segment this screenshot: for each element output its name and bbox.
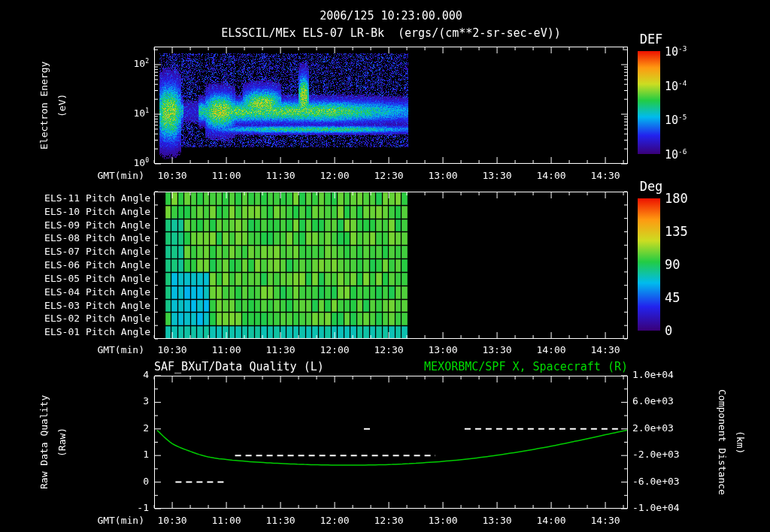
distance-tick-label: 6.0e+03 [632,395,674,407]
bottom-left-series-title: SAF_BXuT/Data Quality (L) [154,360,324,373]
spectrogram-axes [154,47,627,165]
spacecraft-curve-group [157,431,627,465]
units-label: (ergs/(cm**2-sr-sec-eV)) [398,26,561,40]
x-tick-label: 14:00 [529,515,574,526]
spacecraft-x-curve [157,431,627,465]
x-tick-label: 14:30 [583,170,628,181]
pitch-row-label: ELS-04 Pitch Angle [0,286,150,299]
pitch-row-label: ELS-08 Pitch Angle [0,231,150,245]
spectrogram-title-row: ELSSCIL/MEx ELS-07 LR-Bk (ergs/(cm**2-sr… [154,26,628,40]
x-tick-label: 11:00 [204,344,249,355]
quality-ylabel-line1: Raw Data Quality [36,376,51,509]
x-tick-label: 14:30 [583,515,628,526]
x-tick-label: 12:00 [312,170,357,181]
x-tick-label: 13:30 [474,515,520,526]
pitch-row-label: ELS-09 Pitch Angle [0,219,150,232]
deg-colorbar-tick: 90 [665,257,680,272]
deg-colorbar-title: Deg [636,179,666,194]
data-quality-segments [175,429,623,482]
quality-tick-label: 4 [113,369,149,380]
gmt-label-panel2: GMT(min) [75,344,144,355]
x-tick-label: 13:00 [420,344,465,355]
distance-tick-label: -1.0e+04 [632,502,680,513]
distance-tick-label: -2.0e+03 [632,449,680,460]
distance-tick-label: 1.0e+04 [632,369,674,380]
x-tick-label: 13:00 [420,170,465,181]
quality-tick-label: 3 [113,395,149,407]
def-colorbar-tick: 10-6 [665,147,687,162]
energy-tick-label: 100 [113,157,149,168]
pitch-row-label: ELS-01 Pitch Angle [0,325,150,339]
x-tick-label: 13:30 [474,170,520,181]
x-tick-label: 11:00 [204,515,249,526]
deg-colorbar-tick: 180 [665,191,688,206]
instrument-title: ELSSCIL/MEx ELS-07 LR-Bk [221,26,384,40]
plot-frame [155,376,628,509]
pitch-row-label: ELS-02 Pitch Angle [0,312,150,325]
x-tick-label: 12:00 [312,344,357,355]
energy-tick-label: 102 [113,58,149,69]
x-tick-label: 12:00 [312,515,357,526]
x-tick-label: 10:30 [150,515,195,526]
x-tick-label: 11:30 [258,344,303,355]
quality-tick-label: -1 [113,502,149,513]
pitch-row-label: ELS-07 Pitch Angle [0,245,150,258]
pitch-row-label: ELS-03 Pitch Angle [0,299,150,313]
x-tick-label: 13:00 [420,515,465,526]
deg-colorbar-tick: 45 [665,290,680,305]
x-tick-label: 10:30 [150,170,195,181]
x-tick-label: 11:30 [258,515,303,526]
pitch-row-label: ELS-10 Pitch Angle [0,205,150,219]
x-tick-label: 10:30 [150,344,195,355]
x-tick-label: 12:30 [366,344,411,355]
x-tick-label: 12:30 [366,515,411,526]
distance-tick-label: 2.0e+03 [632,422,674,434]
energy-tick-label: 101 [113,107,149,119]
page-title-datetime: 2006/125 10:23:00.000 [154,9,628,23]
x-tick-label: 14:00 [529,170,574,181]
plot-frame [155,192,628,339]
x-tick-label: 11:00 [204,170,249,181]
quality-ylabel-line2: (Raw) [54,376,69,509]
def-colorbar-tick: 10-4 [665,79,687,93]
pitch-row-label: ELS-05 Pitch Angle [0,272,150,286]
x-tick-label: 13:30 [474,344,520,355]
pitch-row-label: ELS-06 Pitch Angle [0,258,150,272]
x-tick-label: 11:30 [258,170,303,181]
science-plot-page: 2006/125 10:23:00.000 ELSSCIL/MEx ELS-07… [0,0,770,532]
deg-colorbar-tick: 135 [665,224,688,239]
spectrogram-ylabel-line2: (eV) [54,47,69,164]
bottom-axes [154,376,627,509]
pitch-row-label: ELS-11 Pitch Angle [0,192,150,205]
quality-tick-label: 1 [113,449,149,460]
gmt-label-panel3: GMT(min) [75,515,144,526]
distance-ylabel-line2: (km) [732,376,747,509]
quality-tick-label: 0 [113,476,149,487]
def-colorbar-tick: 10-5 [665,113,687,127]
def-colorbar-tick: 10-3 [665,44,687,59]
distance-ylabel-line1: Component Distance [714,376,729,509]
spectrogram-ylabel-line1: Electron Energy [36,47,51,164]
pitch-axes [154,192,627,339]
distance-tick-label: -6.0e+03 [632,476,680,487]
x-tick-label: 14:00 [529,344,574,355]
def-colorbar-title: DEF [636,32,666,47]
bottom-right-series-title: MEXORBMC/SPF X, Spacecraft (R) [424,360,628,373]
quality-tick-label: 2 [113,422,149,434]
deg-colorbar-tick: 0 [665,323,672,338]
x-tick-label: 12:30 [366,170,411,181]
plot-frame [155,47,628,164]
gmt-label-panel1: GMT(min) [75,170,144,181]
x-tick-label: 14:30 [583,344,628,355]
